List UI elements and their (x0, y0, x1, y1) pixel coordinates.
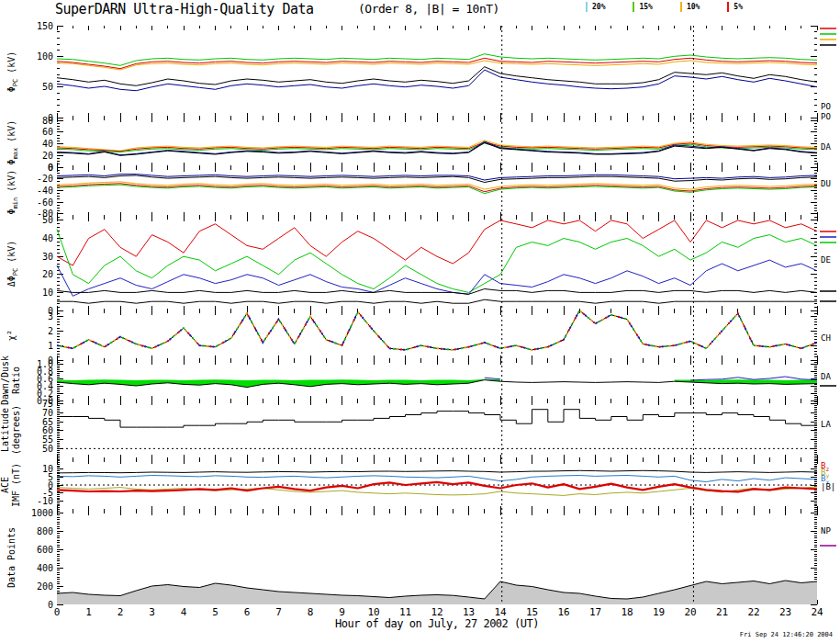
svg-text:150: 150 (37, 21, 53, 31)
series-latitude-step (57, 410, 817, 427)
y-axis-label-dawn-dusk-ratio: Ratio (11, 367, 21, 394)
series-dev-black-lower (57, 299, 817, 303)
panel-data-points: 02004006008001000Data PointsNP (6, 508, 836, 610)
svg-text:75: 75 (42, 399, 53, 409)
series-imf-bz (57, 482, 817, 492)
series-imf-bx (57, 476, 817, 482)
series-pot-black (57, 67, 817, 86)
svg-text:0: 0 (48, 600, 53, 610)
svg-text:65: 65 (42, 417, 53, 427)
y-axis-label-ace-imf: IMF (nT) (11, 463, 21, 507)
svg-text:60: 60 (42, 425, 53, 435)
svg-text:400: 400 (37, 563, 53, 573)
series-ratio-blue (485, 377, 817, 380)
right-label-phi-max: DA (821, 142, 831, 152)
svg-text:1: 1 (48, 341, 53, 351)
panel-phi-max: 020406080Φmax​ (kV)DA (6, 116, 831, 173)
panel-phi-min: 0-20-40-60-80Φmin​ (kV)DU (6, 163, 831, 220)
svg-text:2: 2 (48, 326, 53, 336)
y-axis-label-ace-imf: ACE (0, 477, 10, 493)
y-axis-label-latitude: Latitude (0, 408, 10, 452)
svg-text:-60: -60 (37, 197, 53, 208)
series-chi2-black-speckle (57, 310, 817, 350)
superdarn-figure: SuperDARN Ultra-High-Quality Data (Order… (0, 0, 840, 643)
svg-text:55: 55 (42, 434, 53, 445)
svg-text:-40: -40 (37, 186, 53, 196)
series-chi2-black-speckle (57, 310, 817, 350)
panel-ace-imf: -10-50510ACEIMF (nT)Bz​By​Bx​|B| (0, 459, 835, 511)
series-dawn-orange (57, 141, 817, 151)
series-dev-black-upper (57, 289, 817, 295)
svg-text:50: 50 (42, 215, 53, 225)
svg-text:40: 40 (42, 139, 53, 149)
series-pot-navy (57, 70, 817, 91)
y-axis-label-phi-pc: ΦPC​ (kV) (6, 51, 19, 93)
series-dev-blue (57, 260, 817, 296)
svg-text:80: 80 (42, 116, 53, 126)
panel-delta-phi: 01020304050ΔΦPC​ (kV)DE (6, 215, 836, 315)
right-label-chi2: CH (821, 333, 831, 343)
series-chi2-black (57, 310, 817, 350)
timestamp: Fri Sep 24 12:46:20 2004 (740, 631, 833, 638)
svg-text:1.0: 1.0 (37, 359, 53, 369)
svg-text:60: 60 (42, 127, 53, 137)
svg-text:20: 20 (42, 151, 53, 161)
svg-text:50: 50 (42, 444, 53, 454)
panel-phi-pc: 050100150ΦPC​ (kV)POPO (6, 21, 836, 123)
series-np-area-fill (57, 581, 817, 604)
right-label-phi-min: DU (821, 179, 831, 188)
svg-text:20: 20 (42, 269, 53, 279)
svg-text:0: 0 (48, 163, 53, 173)
right-label-latitude: LA (821, 420, 831, 429)
series-chi2-black-speckle (57, 310, 817, 350)
series-dev-green (57, 230, 817, 293)
svg-text:40: 40 (42, 233, 53, 243)
svg-text:70: 70 (42, 408, 53, 418)
y-axis-label-latitude: (degrees) (11, 405, 21, 455)
svg-text:50: 50 (42, 82, 53, 92)
svg-text:100: 100 (37, 51, 53, 62)
svg-text:10: 10 (42, 464, 53, 474)
right-label-dawn-dusk-ratio: DA (821, 372, 831, 381)
right-label-ace-imf: |B| (821, 482, 835, 491)
svg-text:3: 3 (48, 311, 53, 322)
svg-text:-20: -20 (37, 174, 53, 184)
svg-text:600: 600 (37, 545, 53, 555)
x-axis-title: Hour of day on July, 27 2002 (UT) (57, 617, 817, 630)
svg-text:10: 10 (42, 288, 53, 298)
svg-text:1000: 1000 (31, 508, 53, 518)
panel-chi2: 0123χ²CH (6, 310, 831, 366)
svg-text:30: 30 (42, 252, 53, 262)
y-axis-label-dawn-dusk-ratio: Dawn/Dusk (0, 355, 10, 405)
right-label-delta-phi: DE (821, 255, 831, 265)
right-label-data-points: NP (821, 526, 831, 536)
chart-canvas: 050100150ΦPC​ (kV)POPO020406080Φmax​ (kV… (0, 0, 840, 643)
y-axis-label-data-points: Data Points (6, 527, 17, 588)
y-axis-label-phi-min: Φmin​ (kV) (6, 170, 19, 215)
series-pot-orange (57, 61, 817, 70)
y-axis-label-delta-phi: ΔΦPC​ (kV) (6, 241, 19, 288)
y-axis-label-chi2: χ² (6, 330, 17, 341)
series-dev-red (57, 220, 817, 265)
series-imf-bmag (57, 470, 817, 473)
svg-text:800: 800 (37, 526, 53, 536)
panel-dawn-dusk-ratio: 0.00.20.40.60.81.0Dawn/DuskRatioDA (0, 355, 836, 406)
panel-latitude: 505560657075Latitude(degrees)LA (0, 399, 831, 459)
series-chi2-black-speckle (57, 310, 817, 350)
right-label-phi-pc: PO (821, 102, 831, 111)
y-axis-label-phi-max: Φmax​ (kV) (6, 120, 19, 165)
right-label-phi-pc: PO (821, 112, 831, 121)
svg-text:200: 200 (37, 581, 53, 592)
